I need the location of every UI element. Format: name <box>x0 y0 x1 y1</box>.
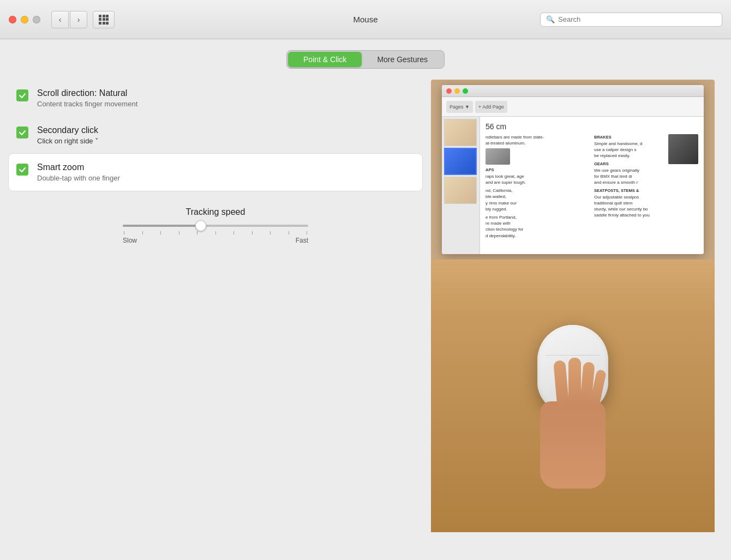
finger-middle <box>568 358 581 410</box>
smart-zoom-subtitle: Double-tap with one finger <box>37 174 120 182</box>
preview-panel: Pages ▼ + Add Page 56 cm <box>431 80 715 549</box>
maximize-button[interactable] <box>33 16 40 23</box>
hand-illustration <box>518 347 627 489</box>
pages-thumbnail-1 <box>444 119 477 146</box>
titlebar: ‹ › Mouse 🔍 <box>0 0 731 39</box>
tracking-speed-slider[interactable]: Slow Fast <box>123 225 308 244</box>
tracking-speed-section: Tracking speed <box>16 207 415 244</box>
pages-body: 56 cm ndlebars are made from state-at-tr… <box>442 117 704 254</box>
slider-labels: Slow Fast <box>123 237 308 244</box>
back-button[interactable]: ‹ <box>51 11 69 28</box>
pages-content: 56 cm ndlebars are made from state-at-tr… <box>480 117 704 254</box>
pages-columns: ndlebars are made from state-at-treated … <box>486 134 698 254</box>
secondary-click-text: Secondary click Click on right side ˅ <box>37 125 99 145</box>
nav-buttons: ‹ › <box>51 11 87 28</box>
scroll-direction-setting: Scroll direction: Natural Content tracks… <box>16 80 415 117</box>
pages-toolbar: Pages ▼ + Add Page <box>442 97 704 117</box>
pages-minimize <box>454 88 460 94</box>
main-content: Point & Click More Gestures Scroll direc… <box>0 39 731 560</box>
smart-zoom-title: Smart zoom <box>37 162 120 172</box>
slider-thumb[interactable] <box>195 220 206 231</box>
forward-button[interactable]: › <box>70 11 87 28</box>
pages-col-right: BRAKESSimple and handsome, duse a calipe… <box>594 134 698 254</box>
slider-fill <box>123 225 201 227</box>
pages-titlebar <box>442 85 704 97</box>
pages-col-left: ndlebars are made from state-at-treated … <box>486 134 590 254</box>
secondary-click-title: Secondary click <box>37 125 99 135</box>
pages-thumbnail-2 <box>444 148 477 175</box>
secondary-click-setting: Secondary click Click on right side ˅ <box>16 117 415 154</box>
slider-fast-label: Fast <box>296 237 308 244</box>
traffic-lights <box>9 16 40 23</box>
chains-image <box>668 134 698 164</box>
slider-ticks <box>123 231 308 234</box>
tab-more-gestures[interactable]: More Gestures <box>362 52 443 67</box>
grid-icon <box>99 15 109 25</box>
scroll-direction-title: Scroll direction: Natural <box>37 88 137 98</box>
scroll-direction-text: Scroll direction: Natural Content tracks… <box>37 88 137 108</box>
search-icon: 🔍 <box>546 15 555 23</box>
search-input[interactable] <box>558 15 716 23</box>
pages-toolbar-item: Pages ▼ <box>446 101 473 113</box>
content-row: Scroll direction: Natural Content tracks… <box>16 80 715 549</box>
scroll-direction-subtitle: Content tracks finger movement <box>37 100 137 108</box>
search-box[interactable]: 🔍 <box>540 13 722 27</box>
secondary-click-subtitle[interactable]: Click on right side ˅ <box>37 137 99 145</box>
smart-zoom-checkbox[interactable] <box>16 164 28 176</box>
pages-maximize <box>463 88 468 94</box>
left-panel: Scroll direction: Natural Content tracks… <box>16 80 415 549</box>
pages-window: Pages ▼ + Add Page 56 cm <box>442 85 704 254</box>
pages-thumbnail-3 <box>444 177 477 204</box>
palm <box>540 401 606 489</box>
tab-bar: Point & Click More Gestures <box>286 50 445 69</box>
bike-image <box>486 148 510 165</box>
preview-bottom <box>431 260 715 532</box>
pages-toolbar-btn: + Add Page <box>475 101 507 113</box>
window-title: Mouse <box>353 15 378 24</box>
slider-slow-label: Slow <box>123 237 137 244</box>
pages-size-label: 56 cm <box>486 122 698 131</box>
tab-point-click[interactable]: Point & Click <box>288 52 362 67</box>
tracking-speed-label: Tracking speed <box>186 207 245 217</box>
slider-track <box>123 225 308 227</box>
close-button[interactable] <box>9 16 16 23</box>
preview-screenshot: Pages ▼ + Add Page 56 cm <box>431 80 715 260</box>
pages-close <box>446 88 452 94</box>
finger-index <box>553 360 570 410</box>
mouse-hand-area <box>491 303 655 489</box>
scroll-direction-checkbox[interactable] <box>16 89 28 101</box>
smart-zoom-text: Smart zoom Double-tap with one finger <box>37 162 120 182</box>
smart-zoom-setting: Smart zoom Double-tap with one finger <box>9 154 422 191</box>
secondary-click-checkbox[interactable] <box>16 127 28 139</box>
pages-sidebar <box>442 117 480 254</box>
grid-view-button[interactable] <box>93 11 115 28</box>
minimize-button[interactable] <box>21 16 28 23</box>
